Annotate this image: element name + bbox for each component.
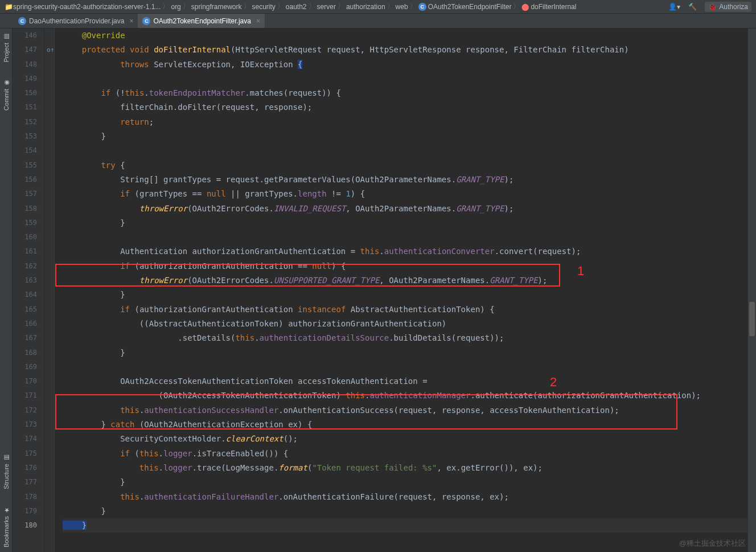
build-icon[interactable]: 🔨 xyxy=(688,3,697,11)
breadcrumb-item[interactable]: ⬤doFilterInternal xyxy=(521,3,576,11)
run-config-selector[interactable]: 🐞 Authoriza xyxy=(705,2,751,12)
gutter[interactable]: 1461471481491501511521531541551561571581… xyxy=(13,28,44,552)
class-icon: C xyxy=(18,17,26,25)
structure-icon: ▤ xyxy=(2,454,10,461)
breadcrumb-item[interactable]: web xyxy=(396,3,408,11)
bookmark-icon: ★ xyxy=(2,506,10,514)
breadcrumb-item[interactable]: security xyxy=(252,3,276,11)
user-icon[interactable]: 👤▾ xyxy=(668,3,680,11)
editor-tabs: C DaoAuthenticationProvider.java × C OAu… xyxy=(0,14,756,28)
top-navigation-bar: 📁spring-security-oauth2-authorization-se… xyxy=(0,0,756,14)
vertical-scrollbar[interactable] xyxy=(748,28,756,552)
bug-icon: 🐞 xyxy=(708,3,717,11)
left-tool-strip: Project▥ Commit◉ Structure▤ Bookmarks★ xyxy=(0,28,13,552)
tab-oauth2-filter[interactable]: C OAuth2TokenEndpointFilter.java × xyxy=(138,14,264,28)
breadcrumb-item[interactable]: 📁spring-security-oauth2-authorization-se… xyxy=(5,3,161,11)
breadcrumb-item[interactable]: authorization xyxy=(346,3,385,11)
close-icon[interactable]: × xyxy=(129,17,133,25)
tool-bookmarks[interactable]: Bookmarks★ xyxy=(2,506,10,547)
tool-commit[interactable]: Commit◉ xyxy=(2,79,10,111)
breadcrumb-separator: 〉 xyxy=(277,2,284,11)
watermark: @稀土掘金技术社区 xyxy=(679,538,746,549)
scrollbar-thumb[interactable] xyxy=(749,302,755,336)
tab-dao-auth-provider[interactable]: C DaoAuthenticationProvider.java × xyxy=(14,14,138,28)
breadcrumb-separator: 〉 xyxy=(410,2,417,11)
breadcrumb-item[interactable]: server xyxy=(317,3,336,11)
class-icon: C xyxy=(418,3,426,11)
breadcrumbs: 📁spring-security-oauth2-authorization-se… xyxy=(5,2,576,11)
project-icon: ▥ xyxy=(2,33,10,40)
code-area[interactable]: @Override protected void doFilterInterna… xyxy=(55,28,756,552)
class-icon: C xyxy=(142,17,150,25)
commit-icon: ◉ xyxy=(2,79,10,87)
breadcrumb-separator: 〉 xyxy=(309,2,315,11)
override-icon[interactable]: o↑ xyxy=(47,46,54,54)
breadcrumb-item[interactable]: org xyxy=(171,3,180,11)
folder-icon: 📁 xyxy=(5,3,11,10)
breadcrumb-separator: 〉 xyxy=(244,2,250,11)
tab-label: DaoAuthenticationProvider.java xyxy=(29,17,124,25)
top-toolbar-actions: 👤▾ 🔨 🐞 Authoriza xyxy=(668,2,751,12)
breadcrumb-item[interactable]: COAuth2TokenEndpointFilter xyxy=(418,3,512,11)
breadcrumb-separator: 〉 xyxy=(338,2,344,11)
tab-label: OAuth2TokenEndpointFilter.java xyxy=(153,17,250,25)
code-editor[interactable]: 1461471481491501511521531541551561571581… xyxy=(13,28,756,552)
tool-structure[interactable]: Structure▤ xyxy=(2,454,10,489)
breadcrumb-separator: 〉 xyxy=(513,2,520,11)
annotation-label-1: 1 xyxy=(577,264,584,279)
tool-project[interactable]: Project▥ xyxy=(2,33,10,62)
breadcrumb-item[interactable]: springframework xyxy=(191,3,242,11)
fold-gutter[interactable] xyxy=(44,28,55,552)
method-icon: ⬤ xyxy=(521,3,529,11)
breadcrumb-item[interactable]: oauth2 xyxy=(286,3,307,11)
breadcrumb-separator: 〉 xyxy=(387,2,394,11)
close-icon[interactable]: × xyxy=(256,17,260,25)
breadcrumb-separator: 〉 xyxy=(162,2,169,11)
breadcrumb-separator: 〉 xyxy=(183,2,190,11)
annotation-label-2: 2 xyxy=(550,375,557,390)
